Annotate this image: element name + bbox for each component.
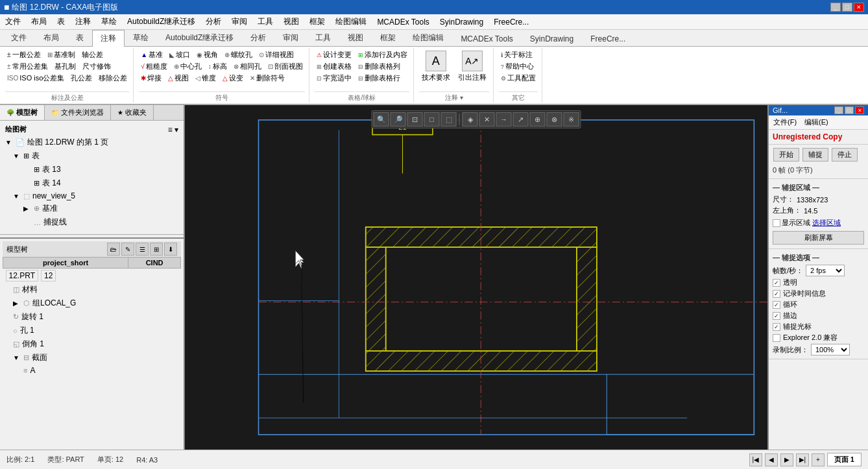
tab-table[interactable]: 表	[67, 29, 92, 46]
btn-dim-decoration[interactable]: 尺寸修饰	[80, 61, 113, 72]
model-tree-btn1[interactable]: 🗁	[107, 243, 120, 256]
view-node[interactable]: ▼ ⬚ new_view_5	[3, 190, 181, 202]
local-g-node[interactable]: ▶ ⬡ 组LOCAL_G	[3, 296, 181, 310]
menu-drawing-edit[interactable]: 绘图编辑	[330, 14, 372, 29]
tab-framework[interactable]: 框架	[372, 29, 404, 46]
section-node[interactable]: ▼ ⊟ 截面	[3, 351, 181, 365]
select-region-btn[interactable]: 选择区域	[812, 218, 841, 228]
btn-change[interactable]: △ 设变	[221, 73, 245, 84]
poly-select-btn[interactable]: ⊗	[547, 112, 562, 126]
refresh-btn[interactable]: 刷新屏幕	[773, 231, 864, 245]
btn-hole-basis[interactable]: 基孔制	[53, 61, 78, 72]
show-region-checkbox[interactable]	[773, 219, 780, 227]
chamfer-node[interactable]: ◱ 倒角 1	[3, 337, 181, 351]
menu-layout[interactable]: 布局	[26, 14, 52, 29]
btn-detail-view[interactable]: ⊙ 详细视图	[257, 49, 296, 60]
page-prev-btn[interactable]: ◀	[765, 453, 778, 466]
btn-center-hole[interactable]: ⊕ 中心孔	[172, 61, 204, 72]
model-tree-btn4[interactable]: ⊞	[150, 243, 163, 256]
menu-freecre[interactable]: FreeCre...	[488, 16, 534, 29]
tab-review[interactable]: 审阅	[274, 29, 307, 46]
btn-shaft-tolerance[interactable]: 轴公差	[80, 49, 105, 60]
zoom-fit-btn[interactable]: ⊡	[407, 112, 423, 126]
tab-freecre[interactable]: FreeCre...	[582, 31, 634, 46]
revolve-node[interactable]: ↻ 旋转 1	[3, 310, 181, 324]
menu-table[interactable]: 表	[52, 14, 70, 29]
btn-design-change[interactable]: ⚠ 设计变更	[315, 49, 354, 60]
zoom-in-btn[interactable]: 🔍	[374, 112, 389, 126]
panel-tab-model[interactable]: 🌳 模型树	[0, 105, 45, 120]
tab-tools[interactable]: 工具	[307, 29, 339, 46]
btn-datum-mark[interactable]: ▲ 基准	[139, 49, 165, 60]
explorer-checkbox[interactable]	[773, 334, 780, 342]
menu-tools[interactable]: 工具	[252, 14, 278, 29]
drawing-file-node[interactable]: ▼ 📄 绘图 12.DRW 的第 1 页	[3, 136, 181, 149]
panel-tab-favorites[interactable]: ★ 收藏夹	[111, 105, 154, 120]
fps-select[interactable]: 2 fps 5 fps 10 fps	[806, 265, 845, 276]
btn-hole-tolerance[interactable]: 孔公差	[69, 73, 94, 84]
record-time-checkbox[interactable]	[773, 290, 780, 298]
menu-syindrawing[interactable]: SyinDrawing	[435, 16, 488, 29]
model-tree-btn2[interactable]: ✎	[121, 243, 134, 256]
btn-lead-note[interactable]: A↗ 引出注释	[455, 49, 489, 84]
right-menu-edit[interactable]: 编辑(E)	[801, 116, 832, 128]
circle-select-btn[interactable]: ⊕	[530, 112, 546, 126]
drawing-canvas[interactable]: 21	[185, 105, 767, 450]
zoom-box-btn[interactable]: □	[424, 112, 440, 126]
snap-line-node[interactable]: … 捕捉线	[3, 215, 181, 229]
material-node[interactable]: ◫ 材料	[3, 283, 181, 296]
btn-iso-tolerance[interactable]: ISO ISO iso公差集	[5, 73, 66, 84]
menu-view[interactable]: 视图	[278, 14, 304, 29]
table13-node[interactable]: ⊞ 表 13	[3, 163, 181, 176]
btn-view[interactable]: △ 视图	[166, 73, 191, 84]
datum-node[interactable]: ▶ ⊕ 基准	[3, 202, 181, 215]
btn-common-tolerance[interactable]: ± 常用公差集	[5, 61, 50, 72]
page-next-btn[interactable]: ▶	[780, 453, 793, 466]
btn-datum-system[interactable]: ⊞ 基准制	[45, 49, 77, 60]
menu-autobuildz[interactable]: AutobuildZ继承迁移	[122, 14, 200, 29]
transparent-checkbox[interactable]	[773, 279, 780, 287]
cursor-checkbox[interactable]	[773, 323, 780, 331]
table-group-node[interactable]: ▼ ⊞ 表	[3, 149, 181, 163]
maximize-button[interactable]: □	[842, 3, 852, 12]
btn-help[interactable]: ? 帮助中心	[499, 61, 536, 72]
right-minimize-btn[interactable]: _	[834, 106, 843, 114]
close-button[interactable]: ✕	[854, 3, 864, 12]
tab-annotation[interactable]: 注释	[92, 30, 125, 47]
minimize-button[interactable]: _	[830, 3, 841, 12]
start-btn[interactable]: 开始	[773, 148, 799, 162]
menu-annotation[interactable]: 注释	[70, 14, 96, 29]
stop-btn[interactable]: 停止	[832, 148, 858, 162]
menu-sketch[interactable]: 草绘	[96, 14, 122, 29]
right-maximize-btn[interactable]: □	[845, 106, 854, 114]
btn-about-annotation[interactable]: ℹ 关于标注	[499, 49, 535, 60]
border-checkbox[interactable]	[773, 312, 780, 320]
menu-framework[interactable]: 框架	[304, 14, 330, 29]
btn-same-hole[interactable]: ⊗ 相同孔	[232, 61, 263, 72]
btn-tech-req[interactable]: A 技术要求	[419, 49, 453, 84]
btn-thread-hole[interactable]: ⊕ 螺纹孔	[223, 49, 254, 60]
select-all-btn[interactable]: ◈	[463, 112, 478, 126]
menu-analysis[interactable]: 分析	[200, 14, 226, 29]
section-a-node[interactable]: ≡ A	[3, 365, 181, 376]
btn-del-symbol[interactable]: ✕ 删除符号	[248, 73, 287, 84]
model-file-row[interactable]: 12.PRT 12	[3, 269, 128, 283]
model-tree-scroll[interactable]: ⬇	[164, 243, 177, 256]
btn-weld[interactable]: ✱ 焊接	[139, 73, 163, 84]
btn-view-angle[interactable]: ◉ 视角	[195, 49, 220, 60]
model-tree-btn3[interactable]: ☰	[136, 243, 149, 256]
scale-select[interactable]: 100% 75% 50%	[811, 344, 850, 355]
tab-sketch[interactable]: 草绘	[125, 29, 157, 46]
select-right-btn[interactable]: →	[496, 112, 512, 126]
tree-options-icon[interactable]: ≡ ▾	[168, 125, 178, 134]
zoom-out-btn[interactable]: 🔎	[391, 112, 406, 126]
btn-add-row[interactable]: ⊞ 添加行及内容	[356, 49, 409, 60]
other-btn[interactable]: ※	[564, 112, 579, 126]
btn-general-tolerance[interactable]: ± 一般公差	[5, 49, 43, 60]
right-menu-file[interactable]: 文件(F)	[769, 116, 801, 128]
right-close-btn[interactable]: ✕	[855, 106, 864, 114]
tab-mcadex[interactable]: MCADEx Tools	[452, 31, 521, 46]
panel-tab-folder[interactable]: 📁 文件夹浏览器	[45, 105, 111, 120]
tab-view[interactable]: 视图	[339, 29, 372, 46]
page-tab-1[interactable]: 页面 1	[827, 453, 862, 466]
